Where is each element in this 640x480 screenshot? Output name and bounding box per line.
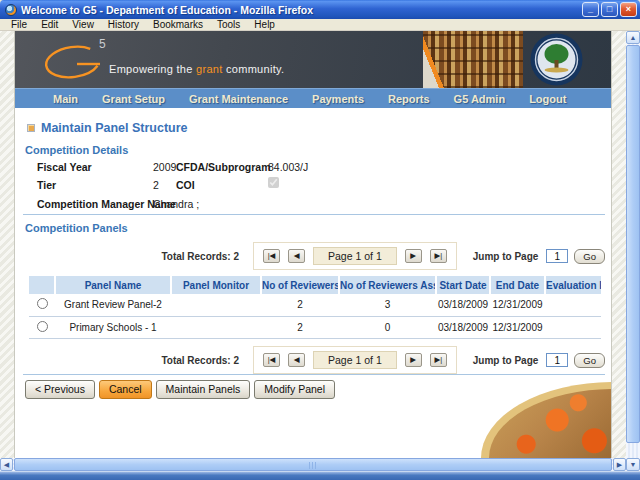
- cfda-value: 84.003/J: [268, 161, 308, 173]
- cancel-button[interactable]: Cancel: [99, 380, 152, 399]
- tagline-prefix: Empowering the: [109, 63, 196, 75]
- firefox-window: Welcome to G5 - Department of Education …: [0, 0, 640, 480]
- browser-viewport: 5 Empowering the grant community. Main G…: [0, 31, 640, 480]
- bullet-icon: [27, 124, 35, 132]
- cell-eval-end-date: [545, 294, 601, 316]
- tier-value: 2: [153, 179, 159, 191]
- menu-help[interactable]: Help: [247, 19, 282, 30]
- previous-button[interactable]: < Previous: [25, 380, 95, 399]
- page-title: Maintain Panel Structure: [41, 121, 188, 135]
- nav-main[interactable]: Main: [41, 93, 90, 105]
- menu-edit[interactable]: Edit: [34, 19, 65, 30]
- cell-start-date: 03/18/2009: [436, 316, 490, 338]
- menu-history[interactable]: History: [101, 19, 146, 30]
- nav-payments[interactable]: Payments: [300, 93, 376, 105]
- cell-reviewers: 2: [261, 294, 339, 316]
- vertical-scrollbar[interactable]: ▲ ▼: [626, 31, 640, 471]
- jump-to-page-input[interactable]: [546, 353, 568, 367]
- table-row: Primary Schools - 1 2 0 03/18/2009 12/31…: [29, 316, 601, 338]
- pager-prev-button[interactable]: ◀: [288, 353, 305, 367]
- col-no-of-reviewers: No of Reviewers: [261, 276, 339, 294]
- maximize-button[interactable]: □: [601, 2, 618, 17]
- modify-panel-button[interactable]: Modify Panel: [254, 380, 335, 399]
- panel-select-radio[interactable]: [37, 298, 48, 309]
- bookshelf-image: [423, 31, 523, 88]
- pager-controls: |◀ ◀ Page 1 of 1 ▶ ▶|: [253, 242, 457, 270]
- pagination-top: Total Records: 2 |◀ ◀ Page 1 of 1 ▶ ▶| J…: [161, 242, 605, 270]
- page-title-row: Maintain Panel Structure: [27, 121, 188, 135]
- scroll-up-icon[interactable]: ▲: [626, 31, 640, 44]
- section-divider: [23, 214, 605, 215]
- select-column-header: [29, 276, 55, 294]
- firefox-icon: [5, 4, 17, 16]
- cell-end-date: 12/31/2009: [490, 316, 545, 338]
- vertical-scrollbar-thumb[interactable]: [626, 45, 640, 443]
- menu-view[interactable]: View: [65, 19, 101, 30]
- table-row: Grant Review Panel-2 2 3 03/18/2009 12/3…: [29, 294, 601, 316]
- col-panel-name: Panel Name: [55, 276, 171, 294]
- manager-value: Chandra ;: [153, 198, 199, 210]
- pager-next-button[interactable]: ▶: [405, 353, 422, 367]
- jump-to-page-input[interactable]: [546, 249, 568, 263]
- menu-bar: File Edit View History Bookmarks Tools H…: [0, 19, 640, 31]
- cell-panel-monitor: [171, 294, 261, 316]
- banner-tagline: Empowering the grant community.: [109, 63, 284, 75]
- pager-last-button[interactable]: ▶|: [430, 249, 447, 263]
- col-reviewers-assigned: No of Reviewers Assigned: [339, 276, 436, 294]
- minimize-button[interactable]: _: [582, 2, 599, 17]
- cell-panel-monitor: [171, 316, 261, 338]
- status-bar: [0, 471, 640, 480]
- coi-label: COI: [176, 179, 195, 191]
- col-start-date: Start Date: [436, 276, 490, 294]
- g5-banner: 5 Empowering the grant community.: [15, 31, 612, 88]
- tagline-suffix: community.: [223, 63, 285, 75]
- pager-first-button[interactable]: |◀: [263, 249, 280, 263]
- jump-to-page-label: Jump to Page: [473, 251, 539, 262]
- table-header-row: Panel Name Panel Monitor No of Reviewers…: [29, 276, 601, 294]
- cell-panel-name: Primary Schools - 1: [55, 316, 171, 338]
- competition-panels-heading: Competition Panels: [25, 222, 128, 234]
- cell-reviewers: 2: [261, 316, 339, 338]
- total-records: Total Records: 2: [161, 355, 239, 366]
- nav-reports[interactable]: Reports: [376, 93, 442, 105]
- col-evaluation-end-date: Evaluation End Date: [545, 276, 601, 294]
- horizontal-scrollbar-thumb[interactable]: [14, 458, 612, 471]
- nav-g5-admin[interactable]: G5 Admin: [442, 93, 518, 105]
- scroll-down-icon[interactable]: ▼: [626, 458, 640, 471]
- education-seal-icon: [529, 32, 584, 87]
- nav-grant-maintenance[interactable]: Grant Maintenance: [177, 93, 300, 105]
- pager-prev-button[interactable]: ◀: [288, 249, 305, 263]
- competition-details-heading: Competition Details: [25, 144, 128, 156]
- logo-number: 5: [99, 37, 106, 51]
- maintain-panels-button[interactable]: Maintain Panels: [156, 380, 251, 399]
- pager-last-button[interactable]: ▶|: [430, 353, 447, 367]
- tier-label: Tier: [37, 179, 56, 191]
- scroll-left-icon[interactable]: ◀: [0, 458, 13, 471]
- pager-next-button[interactable]: ▶: [405, 249, 422, 263]
- panel-select-radio[interactable]: [37, 321, 48, 332]
- go-button[interactable]: Go: [574, 353, 605, 368]
- col-panel-monitor: Panel Monitor: [171, 276, 261, 294]
- jump-to-page-label: Jump to Page: [473, 355, 539, 366]
- pager-first-button[interactable]: |◀: [263, 353, 280, 367]
- fiscal-year-label: Fiscal Year: [37, 161, 92, 173]
- go-button[interactable]: Go: [574, 249, 605, 264]
- scroll-right-icon[interactable]: ▶: [613, 458, 626, 471]
- horizontal-scrollbar[interactable]: ◀ ▶: [0, 458, 626, 471]
- cfda-label: CFDA/Subprogram: [176, 161, 271, 173]
- fiscal-year-value: 2009: [153, 161, 176, 173]
- main-navigation: Main Grant Setup Grant Maintenance Payme…: [15, 88, 612, 108]
- menu-tools[interactable]: Tools: [210, 19, 247, 30]
- cell-panel-name: Grant Review Panel-2: [55, 294, 171, 316]
- page-indicator: Page 1 of 1: [313, 351, 397, 369]
- nav-grant-setup[interactable]: Grant Setup: [90, 93, 177, 105]
- pager-controls: |◀ ◀ Page 1 of 1 ▶ ▶|: [253, 346, 457, 374]
- cell-reviewers-assigned: 0: [339, 316, 436, 338]
- pagination-bottom: Total Records: 2 |◀ ◀ Page 1 of 1 ▶ ▶| J…: [161, 346, 605, 374]
- total-records: Total Records: 2: [161, 251, 239, 262]
- chairs-image: [489, 389, 612, 458]
- menu-file[interactable]: File: [4, 19, 34, 30]
- nav-logout[interactable]: Logout: [517, 93, 578, 105]
- menu-bookmarks[interactable]: Bookmarks: [146, 19, 210, 30]
- close-button[interactable]: ×: [620, 2, 637, 17]
